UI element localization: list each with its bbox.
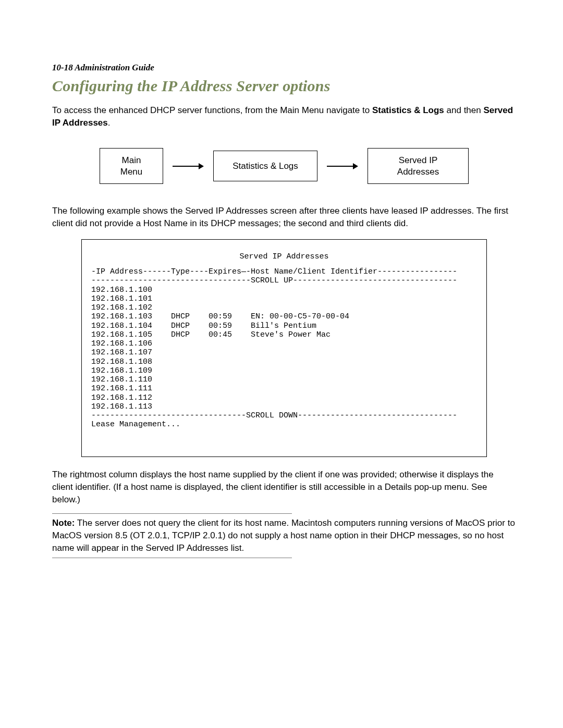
intro-post: . <box>108 118 111 128</box>
horizontal-rule <box>52 558 292 558</box>
intro-mid: and then <box>444 105 484 115</box>
note-text: The server does not query the client for… <box>52 518 515 553</box>
note-paragraph: Note: The server does not query the clie… <box>52 517 516 554</box>
navigation-breadcrumb-diagram: Main Menu Statistics & Logs Served IP Ad… <box>52 148 516 184</box>
document-page: { "page_header": "10-18 Administration G… <box>0 0 563 728</box>
terminal-screen-title: Served IP Addresses <box>91 252 477 261</box>
arrow-right-icon <box>173 161 204 171</box>
note-label: Note: <box>52 518 75 528</box>
svg-marker-3 <box>353 163 358 169</box>
running-head: 10-18 Administration Guide <box>52 63 516 73</box>
terminal-scroll-up-marker: ----------------------------------SCROLL… <box>91 276 477 285</box>
after-terminal-paragraph: The rightmost column displays the host n… <box>52 468 516 506</box>
intro-pre: To access the enhanced DHCP server funct… <box>52 105 372 115</box>
terminal-lease-management-item[interactable]: Lease Management... <box>91 420 477 429</box>
section-title: Configuring the IP Address Server option… <box>52 77 516 95</box>
nav-box-served-ip-addresses: Served IP Addresses <box>368 148 469 184</box>
after-nav-paragraph: The following example shows the Served I… <box>52 205 516 230</box>
terminal-scroll-down-marker: ---------------------------------SCROLL … <box>91 411 477 420</box>
svg-marker-1 <box>199 163 204 169</box>
arrow-right-icon <box>327 161 358 171</box>
terminal-row-list: 192.168.1.100 192.168.1.101 192.168.1.10… <box>91 286 477 412</box>
horizontal-rule <box>52 513 292 514</box>
nav-box-main-menu: Main Menu <box>100 148 163 184</box>
note-block: Note: The server does not query the clie… <box>52 513 516 558</box>
nav-box-statistics-and-logs: Statistics & Logs <box>213 151 317 181</box>
intro-paragraph: To access the enhanced DHCP server funct… <box>52 104 516 129</box>
intro-bold-1: Statistics & Logs <box>372 105 444 115</box>
served-ip-addresses-terminal: Served IP Addresses -IP Address------Typ… <box>81 239 487 457</box>
terminal-column-header: -IP Address------Type----Expires—-Host N… <box>91 267 477 276</box>
